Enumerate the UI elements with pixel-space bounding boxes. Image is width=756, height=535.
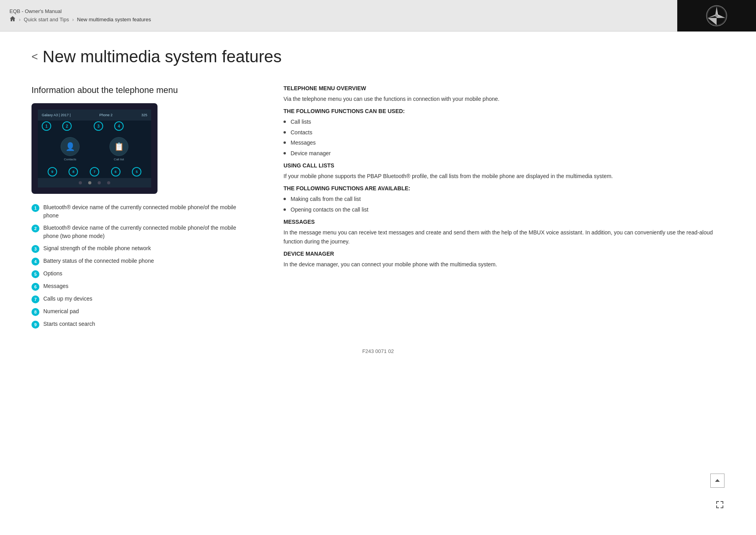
list-item-text-2: Bluetooth® device name of the currently …: [43, 224, 252, 240]
page-title: New multimedia system features: [43, 47, 282, 66]
list-item-text-1: Bluetooth® device name of the currently …: [43, 203, 252, 220]
block-using-call-lists: USING CALL LISTS If your mobile phone su…: [284, 162, 724, 180]
section-body-using-call-lists: If your mobile phone supports the PBAP B…: [284, 172, 724, 180]
section-body-device-manager: In the device manager, you can connect y…: [284, 260, 724, 269]
list-item-text-5: Options: [43, 269, 62, 278]
bullet-item-opening-contacts: Opening contacts on the call list: [291, 205, 369, 214]
bullet-item-making-calls: Making calls from the call list: [291, 195, 361, 203]
contacts-icon: 👤: [61, 137, 80, 156]
list-item: 1 Bluetooth® device name of the currentl…: [32, 203, 252, 220]
num-badge-6: 6: [32, 283, 39, 291]
phone-bottom-circles: 9 8 7 6 5: [42, 167, 147, 176]
list-item-text-7: Calls up my devices: [43, 295, 93, 303]
num-badge-2: 2: [32, 225, 39, 232]
num-badge-8: 8: [32, 308, 39, 316]
fit-icon[interactable]: [715, 500, 724, 511]
phone-ui-illustration: Galaxy A3 | 2017 | Phone 2 325 1 2 3 4: [32, 103, 158, 194]
breadcrumb-sep-1: ›: [19, 17, 20, 22]
list-item-text-8: Numerical pad: [43, 307, 79, 316]
phone-nav-bar: [38, 178, 151, 188]
bullet-list-available: Making calls from the call list Opening …: [284, 195, 724, 214]
doc-id: F243 0071 02: [362, 348, 394, 354]
left-section-heading: Information about the telephone menu: [32, 85, 252, 95]
circle-2: 2: [62, 121, 72, 131]
manual-title: EQB - Owner's Manual: [9, 8, 747, 14]
phone-circles-row: 1 2 3 4: [42, 121, 124, 131]
section-title-telephone-overview: TELEPHONE MENU OVERVIEW: [284, 85, 724, 91]
svg-marker-3: [708, 6, 717, 18]
scroll-up-button[interactable]: [710, 474, 724, 488]
phone-icons-row: 👤 Contacts 📋 Call list: [46, 137, 143, 161]
circle-8: 8: [69, 167, 78, 176]
breadcrumb-sep-2: ›: [72, 17, 74, 22]
list-item: 9 Starts contact search: [32, 320, 252, 329]
page-footer: F243 0071 02: [32, 348, 724, 362]
nav-dot-1: [79, 181, 82, 184]
num-badge-9: 9: [32, 321, 39, 329]
list-item-text-6: Messages: [43, 282, 69, 290]
phone-ui-inner: Galaxy A3 | 2017 | Phone 2 325 1 2 3 4: [38, 110, 151, 188]
circle-6: 6: [111, 167, 120, 176]
list-item: Contacts: [284, 128, 724, 137]
list-item: Call lists: [284, 117, 724, 126]
circle-3: 3: [94, 121, 103, 131]
numbered-list: 1 Bluetooth® device name of the currentl…: [32, 203, 252, 329]
circle-1: 1: [42, 121, 51, 131]
block-device-manager: DEVICE MANAGER In the device manager, yo…: [284, 251, 724, 269]
nav-dot-2: [88, 181, 91, 184]
block-following-functions: THE FOLLOWING FUNCTIONS CAN BE USED: Cal…: [284, 108, 724, 158]
list-item: Device manager: [284, 149, 724, 158]
bullet-dot: [284, 198, 286, 200]
list-item-text-4: Battery status of the connected mobile p…: [43, 257, 154, 265]
section-title-following-functions: THE FOLLOWING FUNCTIONS CAN BE USED:: [284, 108, 724, 114]
list-item: 8 Numerical pad: [32, 307, 252, 316]
logo-area: [677, 0, 756, 32]
block-messages: MESSAGES In the message menu you can rec…: [284, 219, 724, 246]
list-item-text-9: Starts contact search: [43, 320, 95, 328]
bullet-dot: [284, 141, 286, 144]
circle-5: 5: [132, 167, 141, 176]
block-telephone-overview: TELEPHONE MENU OVERVIEW Via the telephon…: [284, 85, 724, 103]
bullet-dot: [284, 208, 286, 211]
list-item: 5 Options: [32, 269, 252, 278]
num-badge-7: 7: [32, 295, 39, 303]
bullet-dot: [284, 121, 286, 123]
bullet-list-functions: Call lists Contacts Messages Device mana…: [284, 117, 724, 158]
calllist-icon: 📋: [109, 137, 128, 156]
bullet-dot: [284, 152, 286, 154]
calllist-icon-item: 📋 Call list: [109, 137, 128, 161]
svg-point-5: [715, 15, 718, 17]
main-content: < New multimedia system features Informa…: [0, 32, 756, 535]
list-item: Messages: [284, 138, 724, 147]
list-item-text-3: Signal strength of the mobile phone netw…: [43, 244, 151, 253]
bullet-item-device-manager: Device manager: [291, 149, 331, 158]
contacts-label: Contacts: [64, 158, 76, 161]
home-icon[interactable]: [9, 16, 16, 23]
num-badge-5: 5: [32, 270, 39, 278]
num-badge-3: 3: [32, 245, 39, 253]
mercedes-logo: [706, 5, 728, 27]
breadcrumb-item-1[interactable]: Quick start and Tips: [24, 17, 69, 22]
list-item: 7 Calls up my devices: [32, 295, 252, 303]
breadcrumb: › Quick start and Tips › New multimedia …: [9, 16, 747, 23]
section-title-following-available: THE FOLLOWING FUNCTIONS ARE AVAILABLE:: [284, 185, 724, 191]
section-title-using-call-lists: USING CALL LISTS: [284, 162, 724, 169]
page-title-area: < New multimedia system features: [32, 47, 724, 66]
section-body-telephone-overview: Via the telephone menu you can use the f…: [284, 95, 724, 103]
breadcrumb-item-2: New multimedia system features: [77, 17, 151, 22]
back-button[interactable]: <: [32, 50, 38, 63]
block-following-available: THE FOLLOWING FUNCTIONS ARE AVAILABLE: M…: [284, 185, 724, 214]
bullet-dot: [284, 131, 286, 134]
phone-top-bar: Galaxy A3 | 2017 | Phone 2 325: [38, 110, 151, 121]
section-body-messages: In the message menu you can receive text…: [284, 228, 724, 246]
list-item: 4 Battery status of the connected mobile…: [32, 257, 252, 266]
section-title-messages: MESSAGES: [284, 219, 724, 225]
num-badge-1: 1: [32, 204, 39, 212]
list-item: Making calls from the call list: [284, 195, 724, 203]
list-item: Opening contacts on the call list: [284, 205, 724, 214]
circle-9: 9: [48, 167, 57, 176]
list-item: 3 Signal strength of the mobile phone ne…: [32, 244, 252, 253]
page-header: EQB - Owner's Manual › Quick start and T…: [0, 0, 756, 32]
num-badge-4: 4: [32, 258, 39, 266]
left-column: Information about the telephone menu Gal…: [32, 85, 252, 333]
